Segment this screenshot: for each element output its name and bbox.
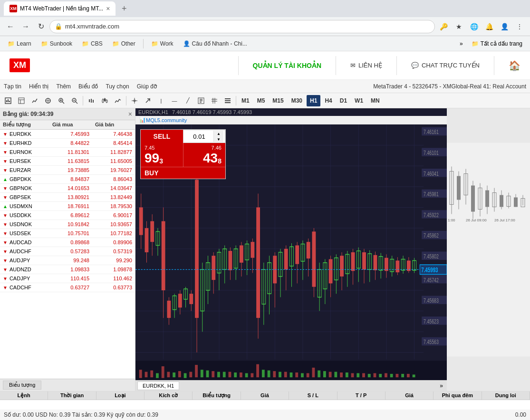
- symbol-name: GBPNOK: [10, 185, 32, 191]
- address-bar[interactable]: 🔒 mt4.xmvntrade.com: [49, 20, 435, 33]
- menu-giupdo[interactable]: Giúp đỡ: [137, 83, 157, 90]
- timeframe-m30[interactable]: M30: [288, 95, 306, 106]
- candlestick-button[interactable]: [98, 95, 111, 106]
- price-row-eursek[interactable]: ▼EURSEK 11.63815 11.65005: [0, 157, 135, 166]
- svg-rect-238: [368, 374, 371, 377]
- mql5-bar[interactable]: 📊 MQL5.community: [135, 116, 447, 124]
- objects-list-button[interactable]: [222, 95, 234, 106]
- menu-them[interactable]: Thêm: [56, 83, 71, 90]
- symbol-name: AUDNZD: [10, 267, 31, 272]
- timeframe-h4[interactable]: H4: [321, 95, 335, 106]
- new-tab-button[interactable]: +: [117, 2, 131, 15]
- profile-icon[interactable]: 👤: [498, 20, 511, 33]
- lot-up-button[interactable]: ▲: [214, 131, 223, 136]
- xm-logo-box: XM: [10, 58, 30, 72]
- bookmark-learn[interactable]: 📁 Learn: [4, 39, 35, 48]
- xm-menu-toolbar: Tạp tin Hiển thị Thêm Biểu đồ Tuy chọn G…: [0, 80, 530, 93]
- price-row-audchf[interactable]: ▼AUDCHF 0.57283 0.57319: [0, 247, 135, 256]
- grid-button[interactable]: [208, 95, 221, 106]
- price-row-gbpsek[interactable]: ▼GBPSEK 13.80921 13.82449: [0, 193, 135, 202]
- all-bookmarks-button[interactable]: 📁 Tất cả dấu trang: [468, 39, 526, 48]
- timeframe-w1[interactable]: W1: [351, 95, 366, 106]
- bar-chart-button[interactable]: [85, 95, 97, 106]
- tline-button[interactable]: ╱: [182, 95, 194, 106]
- contact-link[interactable]: ✉ LIÊN HỆ: [350, 62, 382, 69]
- forward-button[interactable]: →: [19, 20, 32, 33]
- menu-hienthi[interactable]: Hiển thị: [29, 83, 48, 90]
- menu-icon[interactable]: ⋮: [513, 20, 526, 33]
- bookmark-folder-icon: 📁: [472, 40, 479, 47]
- chart-tab-more[interactable]: »: [438, 382, 445, 389]
- price-row-audjpy[interactable]: ▼AUDJPY 99.248 99.290: [0, 256, 135, 265]
- price-row-eurnok[interactable]: ▼EURNOK 11.81301 11.82877: [0, 148, 135, 157]
- indicators-button[interactable]: [29, 95, 41, 106]
- new-chart-button[interactable]: [2, 95, 14, 106]
- sell-price-display[interactable]: 7.45 99 3: [141, 143, 183, 167]
- price-row-audcad[interactable]: ▼AUDCAD 0.89868 0.89906: [0, 238, 135, 247]
- svg-rect-221: [273, 371, 276, 377]
- price-panel-close-button[interactable]: ×: [128, 110, 132, 118]
- crosshair-button[interactable]: [128, 95, 141, 106]
- translate-icon[interactable]: 🌐: [467, 20, 481, 33]
- price-row-usdsek[interactable]: ▼USDSEK 10.75701 10.77182: [0, 229, 135, 238]
- menu-tuychon[interactable]: Tuy chọn: [106, 83, 129, 90]
- price-row-gbpnok[interactable]: ▼GBPNOK 14.01653 14.03647: [0, 184, 135, 193]
- timeframe-mn[interactable]: MN: [367, 95, 383, 106]
- chart-tab[interactable]: EURDKK, H1: [137, 382, 179, 390]
- bookmark-sunbook[interactable]: 📁 Sunbook: [37, 39, 76, 48]
- period-separator-button[interactable]: |: [155, 95, 167, 106]
- menu-taptin[interactable]: Tạp tin: [4, 83, 21, 90]
- timeframe-m15[interactable]: M15: [269, 95, 287, 106]
- bookmark-cbs[interactable]: 📁 CBS: [78, 39, 106, 48]
- sell-button[interactable]: SELL: [141, 130, 183, 143]
- account-management-link[interactable]: QUẢN LÝ TÀI KHOẢN: [253, 62, 321, 69]
- bookmark-work[interactable]: 📁 Work: [147, 39, 177, 48]
- timeframe-h1[interactable]: H1: [307, 95, 320, 106]
- bid-price: 14.01653: [49, 184, 92, 192]
- refresh-button[interactable]: ↻: [34, 20, 48, 33]
- lot-down-button[interactable]: ▼: [214, 136, 223, 142]
- timeframe-m1[interactable]: M1: [238, 95, 253, 106]
- col-loai: Loại: [96, 391, 145, 400]
- price-row-usddkk[interactable]: ▼USDDKK 6.89612 6.90017: [0, 211, 135, 220]
- bookmarks-more-button[interactable]: »: [457, 39, 466, 48]
- timeframe-d1[interactable]: D1: [337, 95, 350, 106]
- buy-button[interactable]: BUY: [141, 167, 225, 179]
- ask-price: 8.86043: [92, 175, 135, 183]
- home-button[interactable]: 🏠: [509, 60, 520, 71]
- objects-button[interactable]: [42, 95, 54, 106]
- text-button[interactable]: [195, 95, 207, 106]
- svg-text:7.46041: 7.46041: [424, 170, 439, 177]
- price-row-eurzar[interactable]: ▼EURZAR 19.73885 19.76027: [0, 166, 135, 175]
- price-row-usdnok[interactable]: ▼USDNOK 10.91842 10.93657: [0, 220, 135, 229]
- back-button[interactable]: ←: [4, 20, 17, 33]
- symbol-tab[interactable]: Biểu tượng: [3, 381, 41, 390]
- chat-link[interactable]: 💬 CHAT TRỰC TUYẾN: [411, 62, 480, 69]
- arrow-button[interactable]: [142, 95, 154, 106]
- price-row-audnzd[interactable]: ▼AUDNZD 1.09833 1.09878: [0, 265, 135, 274]
- bookmark-other[interactable]: 📁 Other: [108, 39, 139, 48]
- timeframe-m5[interactable]: M5: [254, 95, 269, 106]
- price-row-eurdkk[interactable]: ▼EURDKK 7.45993 7.46438: [0, 130, 135, 139]
- price-row-cadjpy[interactable]: ▼CADJPY 110.415 110.462: [0, 274, 135, 283]
- bookmark-star-icon[interactable]: ★: [452, 20, 465, 33]
- hline-button[interactable]: —: [168, 95, 181, 106]
- buy-price-display[interactable]: 7.46 43 8: [183, 143, 225, 167]
- price-row-usdmxn[interactable]: ▲USDMXN 18.76911 18.79530: [0, 202, 135, 211]
- lot-size-input[interactable]: [185, 131, 213, 142]
- extension-icon[interactable]: 🔔: [482, 20, 496, 33]
- zoom-out-button[interactable]: [68, 95, 81, 106]
- svg-rect-225: [295, 372, 298, 377]
- template-button[interactable]: [15, 95, 28, 106]
- tab-close-button[interactable]: ×: [106, 5, 110, 12]
- bookmark-quiz[interactable]: 👤 Câu đố Nhanh - Chi...: [179, 39, 251, 48]
- active-tab[interactable]: XM MT4 WebTrader | Nền tảng MT... ×: [4, 1, 116, 16]
- password-icon[interactable]: 🔑: [437, 20, 450, 33]
- zoom-in-button[interactable]: [55, 95, 67, 106]
- line-chart-button[interactable]: [112, 95, 124, 106]
- price-row-gbpdkk[interactable]: ▲GBPDKK 8.84837 8.86043: [0, 175, 135, 184]
- price-row-eurhkd[interactable]: ▼EURHKD 8.44822 8.45414: [0, 139, 135, 148]
- price-row-cadchf[interactable]: ▼CADCHF 0.63727 0.63773: [0, 283, 135, 292]
- menu-bieudo[interactable]: Biểu đồ: [78, 83, 98, 90]
- xm-logo[interactable]: XM: [10, 58, 31, 72]
